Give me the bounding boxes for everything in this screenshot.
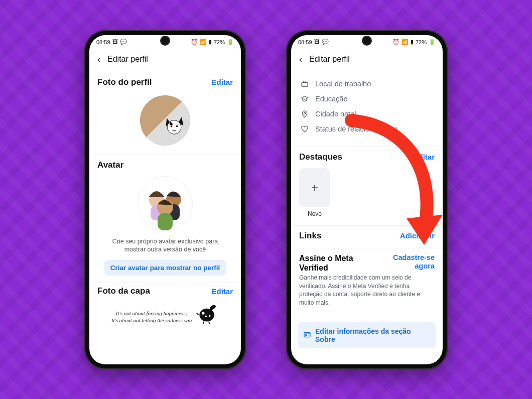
highlight-add-label: Novo bbox=[308, 210, 322, 217]
app-header: ‹ Editar perfil bbox=[89, 49, 241, 72]
highlight-add-tile[interactable]: + Novo bbox=[299, 168, 330, 217]
phone-camera-notch bbox=[363, 37, 370, 44]
cover-title: Foto da capa bbox=[97, 286, 150, 296]
app-header: ‹ Editar perfil bbox=[291, 49, 443, 72]
links-add-link[interactable]: Adicionar bbox=[400, 231, 435, 240]
info-label: Educação bbox=[315, 95, 348, 103]
phone-right: 08:59 🖼 💬 ⏰ 📶 ▮ 72% 🔋 ‹ Editar perfil bbox=[286, 30, 448, 369]
page-title: Editar perfil bbox=[309, 55, 350, 64]
status-battery: 72% bbox=[214, 39, 225, 45]
section-highlights: Destaques Editar + Novo bbox=[291, 147, 443, 226]
section-meta-verified: Assine o Meta Verified Cadastre-se agora… bbox=[291, 248, 443, 320]
info-item-workplace[interactable]: Local de trabalho bbox=[299, 76, 435, 91]
avatar-title: Avatar bbox=[97, 160, 123, 170]
avatars-illustration-icon bbox=[138, 176, 193, 231]
cover-quote: It's not about forcing happiness; It's a… bbox=[111, 310, 192, 325]
back-button[interactable]: ‹ bbox=[296, 52, 305, 67]
grad-cap-icon bbox=[300, 95, 309, 103]
svg-rect-13 bbox=[302, 82, 308, 86]
svg-point-12 bbox=[209, 315, 211, 317]
meta-verified-signup-link[interactable]: Cadastre-se agora bbox=[379, 253, 435, 271]
meta-verified-title: Assine o Meta Verified bbox=[299, 253, 374, 273]
section-profile-photo: Foto do perfil Editar bbox=[89, 72, 241, 155]
highlights-title: Destaques bbox=[299, 152, 342, 162]
profile-photo-edit-link[interactable]: Editar bbox=[211, 78, 233, 86]
cat-illustration-icon bbox=[163, 112, 186, 136]
chat-icon: 💬 bbox=[322, 39, 329, 45]
edit-about-button[interactable]: Editar informações da seção Sobre bbox=[298, 322, 436, 348]
meta-verified-description: Ganhe mais credibilidade com um selo de … bbox=[299, 273, 435, 312]
back-button[interactable]: ‹ bbox=[94, 52, 103, 67]
page-title: Editar perfil bbox=[107, 55, 148, 64]
svg-point-0 bbox=[167, 120, 181, 134]
cover-quote-line1: It's not about forcing happiness; bbox=[111, 310, 192, 317]
svg-point-10 bbox=[202, 312, 205, 315]
info-label: Local de trabalho bbox=[315, 80, 371, 88]
pin-icon bbox=[300, 110, 309, 118]
info-label: Cidade natal bbox=[315, 110, 356, 118]
svg-point-1 bbox=[171, 125, 173, 127]
info-item-education[interactable]: Educação bbox=[299, 91, 435, 106]
screen-left: 08:59 🖼 💬 ⏰ 📶 ▮ 72% 🔋 ‹ Editar perfil bbox=[89, 35, 241, 364]
info-item-relationship[interactable]: Status de relacionamento bbox=[299, 121, 435, 137]
briefcase-icon bbox=[300, 80, 309, 88]
svg-point-16 bbox=[306, 333, 307, 335]
stage: 08:59 🖼 💬 ⏰ 📶 ▮ 72% 🔋 ‹ Editar perfil bbox=[0, 0, 532, 399]
person-card-icon bbox=[303, 331, 311, 340]
svg-point-11 bbox=[205, 316, 207, 318]
status-time: 08:59 bbox=[96, 39, 110, 45]
bird-illustration-icon bbox=[196, 301, 219, 324]
battery-icon: 🔋 bbox=[227, 39, 234, 45]
svg-rect-8 bbox=[158, 213, 173, 230]
cover-quote-line2: It's about not letting the sadness win bbox=[111, 317, 192, 324]
alarm-icon: ⏰ bbox=[191, 39, 198, 45]
wifi-icon: 📶 bbox=[200, 39, 207, 45]
svg-point-2 bbox=[176, 125, 178, 127]
signal-icon: ▮ bbox=[209, 39, 212, 45]
status-time: 08:59 bbox=[298, 39, 312, 45]
alarm-icon: ⏰ bbox=[392, 39, 400, 45]
section-avatar: Avatar C bbox=[89, 155, 241, 284]
cover-edit-link[interactable]: Editar bbox=[211, 287, 233, 296]
edit-about-label: Editar informações da seção Sobre bbox=[315, 327, 431, 343]
cover-photo[interactable]: It's not about forcing happiness; It's a… bbox=[97, 301, 233, 324]
status-battery: 72% bbox=[416, 39, 427, 45]
content-left: Foto do perfil Editar bbox=[89, 72, 241, 364]
info-label: Status de relacionamento bbox=[315, 125, 397, 133]
phone-left: 08:59 🖼 💬 ⏰ 📶 ▮ 72% 🔋 ‹ Editar perfil bbox=[84, 30, 246, 369]
image-icon: 🖼 bbox=[112, 39, 118, 45]
svg-point-14 bbox=[304, 112, 305, 114]
phone-camera-notch bbox=[162, 37, 169, 44]
image-icon: 🖼 bbox=[314, 39, 320, 45]
info-item-hometown[interactable]: Cidade natal bbox=[299, 106, 435, 121]
section-links: Links Adicionar bbox=[291, 226, 443, 248]
avatar-description: Crie seu próprio avatar exclusivo para m… bbox=[97, 237, 233, 254]
signal-icon: ▮ bbox=[411, 39, 414, 45]
wifi-icon: 📶 bbox=[402, 39, 409, 45]
section-info-list: Local de trabalho Educação bbox=[291, 72, 443, 147]
avatar-preview[interactable] bbox=[138, 176, 193, 231]
links-title: Links bbox=[299, 231, 321, 241]
profile-photo[interactable] bbox=[140, 95, 190, 146]
svg-point-9 bbox=[200, 309, 214, 322]
content-right: Local de trabalho Educação bbox=[291, 72, 443, 364]
create-avatar-button[interactable]: Criar avatar para mostrar no perfil bbox=[104, 260, 226, 276]
highlights-edit-link[interactable]: Editar bbox=[413, 153, 435, 161]
section-cover-photo: Foto da capa Editar It's not about forci… bbox=[89, 283, 241, 331]
heart-icon bbox=[300, 125, 309, 133]
profile-photo-title: Foto do perfil bbox=[97, 77, 152, 87]
chat-icon: 💬 bbox=[120, 39, 127, 45]
battery-icon: 🔋 bbox=[429, 39, 436, 45]
screen-right: 08:59 🖼 💬 ⏰ 📶 ▮ 72% 🔋 ‹ Editar perfil bbox=[291, 35, 443, 364]
plus-icon[interactable]: + bbox=[299, 168, 330, 207]
